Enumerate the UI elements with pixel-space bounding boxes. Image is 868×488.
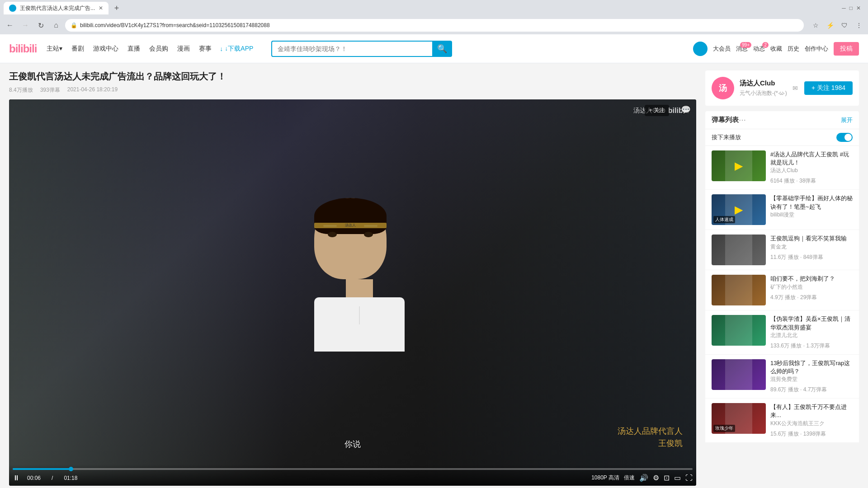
- nav-comic[interactable]: 漫画: [176, 43, 191, 55]
- playlist-item-title: 【零基础学手绘】画好人体的秘诀有了！笔墨~起飞: [770, 194, 853, 211]
- video-follow-button[interactable]: + 关注: [645, 105, 669, 116]
- history-link[interactable]: 历史: [788, 45, 799, 53]
- upload-button[interactable]: 投稿: [834, 42, 859, 56]
- playlist-item-channel: 矿下的小然造: [770, 283, 853, 291]
- favorites-link[interactable]: 收藏: [770, 45, 782, 53]
- channel-follow-button[interactable]: + 关注 1984: [804, 81, 853, 95]
- playlist-item-meta: 4.9万 播放 · 29弹幕: [770, 294, 853, 301]
- playlist-item-meta: 89.6万 播放 · 4.7万弹幕: [770, 386, 853, 394]
- logo-text: bilibili: [9, 42, 37, 55]
- brand-line2: 王俊凯: [618, 437, 683, 450]
- video-controls: ⏸ 00:06 / 01:18 1080P 高清 倍速 🔊 ⚙ ⊡ ▭ ⛶: [9, 465, 696, 486]
- home-button[interactable]: ⌂: [50, 19, 62, 32]
- playlist-item[interactable]: 玫瑰少年 【有人】王俊凯千万不要点进来... KKK公天海浩航王三ク 15.6万…: [705, 399, 859, 442]
- thumb-label: 人体速成: [713, 216, 735, 223]
- more-tools-icon[interactable]: ⋮: [854, 20, 864, 31]
- playlist-item[interactable]: 咱们要不，把刘海剃了？ 矿下的小然造 4.9万 播放 · 29弹幕: [705, 270, 859, 310]
- tab-close-btn[interactable]: ✕: [99, 5, 103, 11]
- pause-button[interactable]: ⏸: [13, 474, 20, 482]
- playlist-item-title: #汤达人品牌代言人王俊凯 #玩就是玩儿！: [770, 150, 853, 167]
- video-section: 王俊凯代言汤达人未完成广告流出？品牌这回玩大了！ 8.4万播放 393弹幕 20…: [9, 70, 696, 488]
- playlist-items: ▶ #汤达人品牌代言人王俊凯 #玩就是玩儿！ 汤达人Club 6164 播放 ·…: [705, 146, 859, 443]
- channel-message-icon[interactable]: ✉: [793, 84, 798, 92]
- playlist-item[interactable]: 【伪装学渣】吴磊×王俊凯｜清华双杰混剪盛宴 北漂儿北北 133.6万 播放 · …: [705, 310, 859, 354]
- playlist-item-meta: 15.6万 播放 · 1398弹幕: [770, 430, 853, 438]
- address-bar[interactable]: 🔒 bilibili.com/video/BV1cK4y1Z7S1?from=s…: [65, 19, 804, 32]
- playlist-item-channel: 汤达人Club: [770, 167, 853, 174]
- active-tab[interactable]: 王俊凯代言汤达人未完成广告... ✕: [4, 2, 108, 14]
- playlist-more-icon[interactable]: ⋯: [739, 116, 746, 124]
- main-content: 王俊凯代言汤达人未完成广告流出？品牌这回玩大了！ 8.4万播放 393弹幕 20…: [0, 63, 868, 488]
- playlist-item-meta: 133.6万 播放 · 1.3万弹幕: [770, 342, 853, 350]
- dynamic-link[interactable]: 动态 2: [753, 45, 765, 53]
- speed-selector[interactable]: 倍速: [624, 474, 635, 482]
- toolbar-icons: ☆ ⚡ 🛡 ⋮: [810, 20, 864, 31]
- danmaku-icon[interactable]: 💬: [681, 105, 691, 115]
- message-badge: 99+: [740, 42, 751, 48]
- progress-bar[interactable]: [13, 468, 693, 470]
- history-label: 历史: [788, 45, 799, 52]
- autoplay-label: 接下来播放: [712, 133, 741, 141]
- tab-bar: 王俊凯代言汤达人未完成广告... ✕ + ─□✕: [0, 0, 868, 16]
- messages-link[interactable]: 消息 99+: [736, 45, 748, 53]
- right-controls: 1080P 高清 倍速 🔊 ⚙ ⊡ ▭ ⛶: [591, 474, 693, 482]
- nav-shop[interactable]: 会员购: [148, 43, 169, 55]
- nav-anime[interactable]: 番剧: [71, 43, 85, 55]
- autoplay-toggle-area: [836, 133, 853, 142]
- playlist-expand-btn[interactable]: 展开: [841, 116, 853, 124]
- playlist-header: 弹幕列表 ⋯ 展开: [705, 111, 859, 129]
- playlist-item[interactable]: ▶ #汤达人品牌代言人王俊凯 #玩就是玩儿！ 汤达人Club 6164 播放 ·…: [705, 146, 859, 190]
- playlist-item-info: 【伪装学渣】吴磊×王俊凯｜清华双杰混剪盛宴 北漂儿北北 133.6万 播放 · …: [770, 315, 853, 349]
- quality-selector[interactable]: 1080P 高清: [591, 474, 619, 482]
- playlist-item-channel: 黄金龙: [770, 243, 853, 251]
- download-app-link[interactable]: ↓ ↓下载APP: [220, 45, 253, 53]
- adblock-icon[interactable]: 🛡: [839, 20, 850, 31]
- playlist-item-channel: bilibili漫堂: [770, 211, 853, 219]
- new-tab-button[interactable]: +: [110, 2, 123, 14]
- video-subtitle-text: 你说: [344, 439, 361, 450]
- site-logo[interactable]: bilibili: [9, 42, 37, 55]
- vip-label: 大会员: [713, 45, 731, 52]
- creator-link[interactable]: 创作中心: [805, 45, 828, 53]
- channel-details: 汤达人Club 元气小汤泡数-(*·ω·): [740, 79, 787, 97]
- playlist-item-title: 【有人】王俊凯千万不要点进来...: [770, 403, 853, 419]
- autoplay-toggle[interactable]: [836, 133, 853, 142]
- playlist-item-channel: KKK公天海浩航王三ク: [770, 420, 853, 427]
- playlist-item-info: 13秒后我惊了，王俊凯写rap这么帅的吗？ 混剪免费堂 89.6万 播放 · 4…: [770, 359, 853, 394]
- video-player[interactable]: 汤达人 汤达人Club bilibili: [9, 99, 696, 486]
- settings-button[interactable]: ⚙: [653, 474, 659, 482]
- search-input[interactable]: [271, 41, 432, 57]
- bookmark-star-icon[interactable]: ☆: [810, 20, 821, 31]
- playlist-item[interactable]: 人体速成 ▶ 【零基础学手绘】画好人体的秘诀有了！笔墨~起飞 bilibili漫…: [705, 190, 859, 230]
- controls-row: ⏸ 00:06 / 01:18 1080P 高清 倍速 🔊 ⚙ ⊡ ▭ ⛶: [13, 474, 693, 482]
- theater-button[interactable]: ▭: [674, 474, 681, 482]
- progress-fill: [13, 468, 71, 470]
- playlist-item[interactable]: 13秒后我惊了，王俊凯写rap这么帅的吗？ 混剪免费堂 89.6万 播放 · 4…: [705, 355, 859, 399]
- channel-avatar: 汤: [712, 77, 734, 99]
- volume-button[interactable]: 🔊: [639, 474, 648, 482]
- search-button[interactable]: 🔍: [432, 41, 452, 57]
- total-time: 01:18: [64, 475, 77, 481]
- publish-date: 2021-04-26 18:20:19: [67, 86, 118, 94]
- fullscreen-button[interactable]: ⛶: [685, 474, 693, 482]
- pip-button[interactable]: ⊡: [664, 474, 670, 482]
- forward-button[interactable]: →: [19, 19, 32, 32]
- playlist-item[interactable]: 王俊凯逗狗｜看完不笑算我输 黄金龙 11.6万 播放 · 848弹幕: [705, 230, 859, 270]
- nav-home[interactable]: 主站▾: [46, 43, 63, 55]
- nav-esports[interactable]: 赛事: [198, 43, 212, 55]
- playlist-item-channel: 混剪免费堂: [770, 375, 853, 383]
- playlist-item-meta: 11.6万 播放 · 848弹幕: [770, 253, 853, 261]
- extensions-icon[interactable]: ⚡: [825, 20, 835, 31]
- vip-icon[interactable]: [693, 42, 708, 56]
- brand-line1: 汤达人品牌代言人: [618, 425, 683, 437]
- brand-text-overlay: 汤达人品牌代言人 王俊凯: [618, 425, 683, 450]
- thumb-arrow-icon: ▶: [735, 203, 743, 216]
- nav-live[interactable]: 直播: [127, 43, 141, 55]
- back-button[interactable]: ←: [4, 19, 16, 32]
- nav-game[interactable]: 游戏中心: [92, 43, 119, 55]
- refresh-button[interactable]: ↻: [34, 19, 47, 32]
- tab-favicon: [9, 5, 16, 12]
- right-sidebar: 汤 汤达人Club 元气小汤泡数-(*·ω·) ✉ + 关注 1984 弹幕列表…: [705, 70, 859, 488]
- vip-link[interactable]: 大会员: [713, 45, 731, 53]
- main-nav: 主站▾ 番剧 游戏中心 直播 会员购 漫画 赛事 ↓ ↓下载APP: [46, 43, 253, 55]
